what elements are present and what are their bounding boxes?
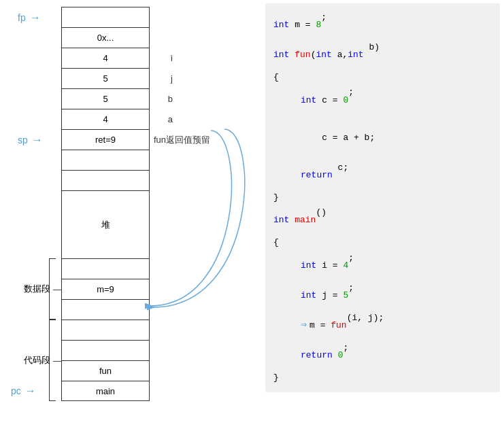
fn-main: main [295,213,316,228]
num-4: 4 [343,258,348,273]
cell-m9: m=9 [61,279,150,299]
cell-empty-top: fp → [61,7,150,27]
label-fun-return: fun返回值预留 [154,134,210,146]
cell-fun: fun [61,360,150,381]
code-line-14: } [273,371,492,385]
label-a: a [168,114,173,124]
code-line-8: int main() [273,205,492,235]
code-line-6: return c; [273,160,492,190]
code-line-7: } [273,190,492,205]
cell-data-top [61,258,150,279]
code-line-13: return 0; [273,341,492,371]
cell-5-j: 5 j [61,68,150,88]
code-segment-group: fun main pc → 代码段 — [61,320,150,401]
memory-diagram: fp → 0x... 4 i 5 j 5 b 4 a ret=9 fun返回值预… [0,0,252,448]
code-line-12: ⇒m = fun(i, j); [273,311,492,341]
kw-int-4: int [348,48,363,63]
kw-return-1: return [301,168,333,183]
code-line-11: int j = 5; [273,281,492,311]
code-line-9: { [273,235,492,250]
code-line-2: int fun(int a,int b) [273,40,492,70]
kw-int-5: int [301,93,316,108]
current-line-arrow-icon: ⇒ [301,317,307,334]
kw-int-1: int [273,18,289,33]
kw-int-2: int [273,48,289,63]
cell-heap: 堆 [61,190,150,258]
num-0-1: 0 [343,93,348,108]
cell-data-bottom [61,299,150,320]
code-line-1: int m = 8; [273,10,492,40]
code-line-3: { [273,70,492,85]
cell-code-empty2 [61,340,150,360]
sp-arrow-icon: → [32,134,43,146]
fn-fun-call: fun [331,318,346,333]
num-5: 5 [343,288,348,303]
kw-int-8: int [301,288,316,303]
code-label: 代码段 — [24,354,62,366]
num-0-2: 0 [338,348,343,363]
cell-0x: 0x... [61,27,150,48]
pc-arrow-icon: → [25,385,36,397]
data-label: 数据段 — [24,283,62,295]
kw-int-6: int [273,213,289,228]
label-i: i [171,53,173,63]
fp-pointer: fp → [18,12,41,24]
cell-code-empty1 [61,320,150,340]
label-j: j [171,73,173,84]
label-b: b [168,94,173,104]
code-panel: int m = 8; int fun(int a,int b) { int c … [265,3,500,392]
code-line-10: int i = 4; [273,251,492,281]
sp-pointer: sp → [18,134,43,146]
cell-5-b: 5 b [61,88,150,109]
kw-int-3: int [316,48,331,63]
cell-4-a: 4 a [61,109,150,129]
pc-pointer: pc → [11,385,36,397]
cell-empty2 [61,170,150,190]
code-line-5: c = a + b; [273,116,492,160]
memory-stack: fp → 0x... 4 i 5 j 5 b 4 a ret=9 fun返回值预… [61,7,150,401]
fn-fun: fun [295,48,310,63]
kw-int-7: int [301,258,316,273]
kw-return-2: return [301,348,333,363]
cell-4-i: 4 i [61,48,150,68]
fp-arrow-icon: → [30,12,41,24]
cell-ret9: ret=9 fun返回值预留 sp → [61,129,150,150]
code-line-4: int c = 0; [273,85,492,115]
cell-main: main pc → [61,381,150,401]
num-8: 8 [316,18,321,33]
cell-empty1 [61,150,150,170]
data-segment-group: m=9 数据段 — [61,258,150,320]
